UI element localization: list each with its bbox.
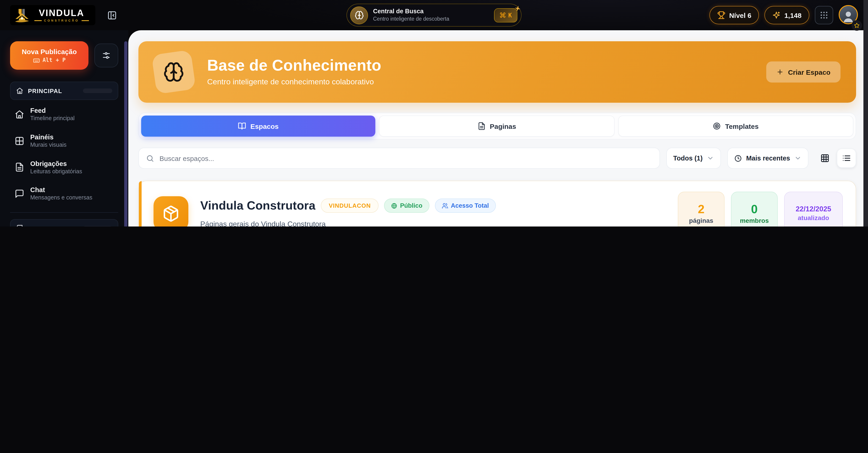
vindula-logo-icon (14, 7, 30, 23)
space-description: Páginas gerais do Vindula Construtora (200, 220, 496, 227)
space-card-vindula-construtora[interactable]: Vindula Construtora VINDULACON Público (138, 181, 856, 227)
stat-value: 2 (698, 203, 705, 215)
space-search-input[interactable] (159, 154, 652, 162)
visibility-badge: Público (384, 199, 429, 213)
stat-value: 22/12/2025 (796, 205, 831, 213)
page-scrollbar-track[interactable] (863, 0, 868, 227)
item-sublabel: Leituras obrigatórias (30, 168, 82, 175)
apps-grid-button[interactable] (815, 6, 833, 24)
brain-icon (163, 61, 184, 83)
feed-settings-button[interactable] (94, 43, 118, 67)
access-badge: Acesso Total (435, 199, 496, 213)
knowledge-base-hero: Base de Conhecimento Centro inteligente … (138, 41, 856, 103)
users-icon (442, 203, 448, 209)
stat-pages: 2 páginas (678, 191, 724, 227)
stat-value: 0 (751, 203, 758, 215)
item-text: Feed Timeline principal (30, 107, 75, 122)
command-icon (499, 12, 506, 18)
space-card-body: Vindula Construtora VINDULACON Público (200, 199, 496, 227)
clock-icon (734, 154, 742, 162)
stat-updated: 22/12/2025 atualizado (784, 191, 843, 227)
publish-row: Nova Publicação Alt + P (10, 41, 118, 70)
page-title: Base de Conhecimento (207, 57, 381, 73)
apps-grid-icon (819, 10, 829, 20)
section-header-principal[interactable]: PRINCIPAL (10, 82, 118, 100)
shortcut-key-label: K (508, 12, 512, 19)
space-title-row: Vindula Construtora VINDULACON Público (200, 199, 496, 213)
space-title: Vindula Construtora (200, 199, 315, 213)
hero-text: Base de Conhecimento Centro inteligente … (207, 57, 381, 87)
item-sublabel: Mensagens e conversas (30, 194, 92, 202)
main-content: Base de Conhecimento Centro inteligente … (128, 30, 868, 227)
plus-icon (777, 68, 784, 76)
item-label: Feed (30, 107, 75, 115)
list-view-icon (842, 154, 851, 163)
central-search-trigger[interactable]: Central de Busca Centro inteligente de d… (346, 4, 522, 27)
item-sublabel: Timeline principal (30, 115, 75, 122)
sidebar-collapse-button[interactable] (104, 7, 120, 23)
sidebar-item-paineis[interactable]: Painéis Murais visuais (10, 129, 118, 153)
sidebar-scrollbar-thumb[interactable] (124, 41, 127, 227)
space-icon (154, 196, 188, 227)
visibility-label: Público (400, 202, 423, 209)
space-slug-badge: VINDULACON (321, 199, 378, 213)
file-text-icon (15, 162, 24, 172)
section-shimmer (83, 89, 112, 93)
house-icon (15, 110, 24, 119)
item-text: Obrigações Leituras obrigatórias (30, 159, 82, 175)
new-publication-button[interactable]: Nova Publicação Alt + P (10, 41, 88, 70)
sort-filter-select[interactable]: Mais recentes (727, 148, 808, 169)
space-stats: 2 páginas 0 membros 22/12/2025 atualizad… (678, 191, 843, 227)
star-icon (854, 23, 860, 28)
create-space-button[interactable]: Criar Espaco (767, 61, 840, 83)
grid-view-button[interactable] (816, 149, 834, 168)
tab-paginas[interactable]: Paginas (379, 116, 615, 137)
tab-templates[interactable]: Templates (618, 116, 853, 137)
app-viewport: VINDULA CONSTRUCÃO (0, 0, 868, 227)
sidebar-item-chat[interactable]: Chat Mensagens e conversas (10, 182, 118, 206)
sidebar-item-feed[interactable]: Feed Timeline principal (10, 102, 118, 126)
file-text-icon (477, 122, 486, 130)
section-label: PRINCIPAL (28, 87, 62, 94)
level-badge[interactable]: Nível 6 (709, 6, 759, 24)
tagline-dash-right (81, 20, 89, 21)
sidebar-item-obrigacoes[interactable]: Obrigações Leituras obrigatórias (10, 155, 118, 180)
sidebar-group-links: LINKS Nossas obras Lista de obras (10, 212, 118, 227)
content-tabs: Espacos Paginas Templates (138, 113, 856, 140)
keyboard-icon (33, 57, 40, 63)
sidebar: Nova Publicação Alt + P (0, 30, 128, 227)
sidebar-group-principal: PRINCIPAL Feed Timeline principal (10, 82, 118, 206)
section-header-links[interactable]: LINKS (10, 219, 118, 227)
tab-label: Espacos (250, 122, 279, 130)
brain-badge (350, 6, 368, 24)
list-view-button[interactable] (837, 149, 856, 168)
message-square-icon (15, 189, 24, 199)
sparkle-icon (514, 4, 522, 12)
new-publication-label: Nova Publicação (22, 48, 77, 55)
panel-collapse-icon (107, 10, 117, 20)
brand-logo[interactable]: VINDULA CONSTRUCÃO (10, 5, 95, 25)
points-badge[interactable]: 1,148 (765, 6, 809, 24)
create-space-label: Criar Espaco (788, 68, 830, 76)
shortcut-text: Alt + P (42, 57, 65, 63)
sliders-icon (102, 51, 111, 60)
shortcut-badge: K (494, 8, 518, 22)
tab-espacos[interactable]: Espacos (141, 116, 376, 137)
type-filter-select[interactable]: Todos (1) (666, 148, 721, 169)
brand-name: VINDULA (39, 8, 84, 18)
logo-text: VINDULA CONSTRUCÃO (34, 8, 89, 22)
trophy-icon (717, 11, 725, 19)
filter-toolbar: Todos (1) Mais recentes (138, 148, 856, 169)
stat-label: membros (740, 217, 769, 224)
achievement-star-badge (851, 20, 862, 31)
target-icon (713, 122, 721, 130)
hero-brain-badge (152, 50, 196, 94)
brain-icon (354, 10, 364, 20)
item-label: Painéis (30, 133, 66, 141)
central-search-title: Central de Busca (373, 8, 449, 16)
section-shimmer (83, 226, 112, 227)
stat-label: páginas (689, 217, 713, 224)
topbar-right-cluster: Nível 6 1,148 (709, 5, 859, 25)
item-text: Painéis Murais visuais (30, 133, 66, 149)
central-search-text: Central de Busca Centro inteligente de d… (373, 8, 449, 22)
